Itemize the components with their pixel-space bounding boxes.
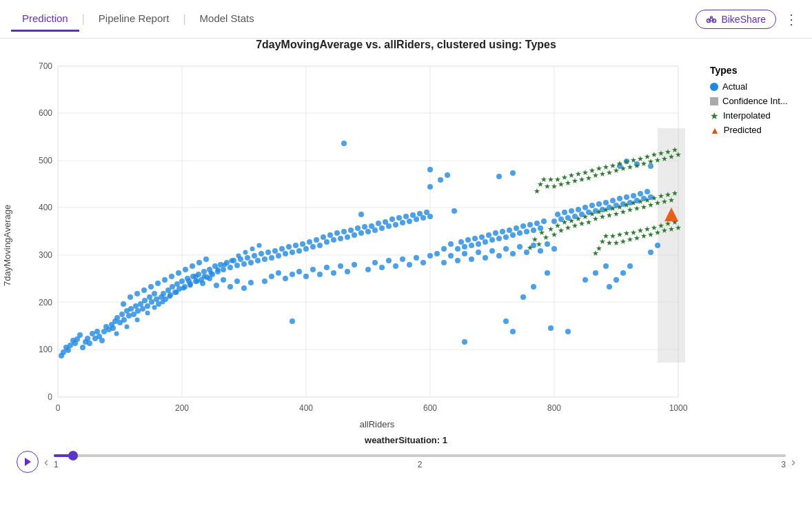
svg-point-205 [462,244,467,250]
play-button[interactable] [17,451,39,473]
slider-thumb[interactable] [68,451,78,460]
svg-point-445 [257,243,262,248]
svg-text:★: ★ [565,179,571,187]
svg-point-175 [338,263,343,269]
tab-divider-2: | [183,13,185,26]
slider-tick-min: 1 [54,460,59,469]
svg-point-112 [252,253,257,258]
svg-point-441 [230,258,234,263]
svg-point-170 [303,274,309,279]
svg-text:500: 500 [39,156,52,165]
svg-point-427 [125,325,130,330]
svg-point-107 [234,263,240,268]
bikeshare-label: BikeShare [721,14,766,25]
svg-point-197 [241,285,247,291]
svg-point-40 [68,343,73,348]
svg-point-241 [582,205,588,210]
svg-point-300 [441,260,447,265]
svg-point-151 [386,223,392,229]
svg-point-298 [196,260,202,265]
svg-point-289 [134,291,140,296]
svg-point-184 [400,256,405,262]
legend-item-actual: Actual [710,81,804,92]
svg-point-270 [607,284,612,290]
svg-text:400: 400 [39,203,52,212]
svg-point-137 [338,236,343,241]
svg-point-123 [290,250,295,255]
prev-button[interactable]: ‹ [44,455,48,469]
bikeshare-button[interactable]: BikeShare [696,10,776,29]
svg-point-286 [427,184,433,190]
svg-text:★: ★ [536,240,542,248]
svg-point-228 [541,219,547,224]
svg-text:800: 800 [547,403,561,413]
svg-point-434 [181,286,186,291]
svg-point-54 [101,329,107,334]
svg-rect-35 [658,128,685,363]
predicted-triangle-icon: ▲ [710,125,720,135]
svg-point-200 [441,246,447,252]
svg-point-133 [324,239,329,245]
svg-point-258 [548,325,554,331]
chart-title: 7dayMovingAverage vs. allRiders, cluster… [0,39,812,51]
svg-point-308 [496,253,502,258]
svg-point-438 [209,271,214,276]
svg-point-247 [603,200,609,205]
svg-point-226 [534,221,540,226]
svg-point-115 [262,256,267,262]
svg-point-145 [365,229,371,234]
svg-point-311 [517,244,522,250]
svg-point-223 [524,229,529,234]
svg-point-174 [331,270,336,276]
svg-point-51 [94,329,100,334]
svg-point-213 [489,237,495,243]
svg-point-139 [345,234,350,240]
svg-point-222 [520,223,526,229]
svg-text:600: 600 [39,108,52,118]
svg-point-119 [276,253,281,258]
svg-point-148 [376,221,381,226]
svg-point-428 [135,318,140,323]
next-button[interactable]: › [791,455,795,469]
svg-point-224 [527,222,533,227]
svg-point-163 [427,214,433,219]
svg-point-299 [203,256,209,262]
tab-model-stats[interactable]: Model Stats [189,7,265,32]
svg-point-180 [372,260,378,265]
svg-point-120 [279,246,285,252]
svg-point-277 [648,250,653,255]
svg-point-433 [174,290,179,295]
svg-point-166 [276,270,281,276]
svg-point-217 [503,234,509,240]
svg-point-231 [445,172,450,178]
svg-text:1000: 1000 [669,403,688,413]
slider-tick-mid: 2 [418,460,423,469]
svg-point-208 [472,236,478,241]
svg-point-69 [135,308,141,314]
svg-point-113 [255,258,261,263]
actual-dot-icon [710,83,718,91]
svg-point-436 [195,279,200,284]
slider-track[interactable] [54,454,786,457]
svg-point-280 [496,174,502,179]
svg-point-199 [434,251,440,256]
svg-point-195 [227,284,233,290]
tab-prediction[interactable]: Prediction [11,7,79,32]
svg-point-73 [145,303,150,309]
svg-point-439 [216,267,221,272]
svg-point-429 [145,311,150,316]
slider-ticks: 1 2 3 [54,460,786,469]
more-menu-button[interactable]: ⋮ [782,8,801,30]
svg-point-132 [321,234,326,240]
svg-point-210 [479,234,485,240]
tab-pipeline-report[interactable]: Pipeline Report [88,7,181,32]
svg-point-118 [272,248,278,254]
svg-point-76 [152,291,157,296]
svg-point-290 [141,287,147,293]
svg-point-278 [290,318,295,324]
svg-point-216 [500,229,505,234]
svg-point-177 [352,262,357,267]
svg-point-235 [562,210,567,215]
svg-text:★: ★ [542,233,549,241]
svg-point-65 [126,313,132,318]
